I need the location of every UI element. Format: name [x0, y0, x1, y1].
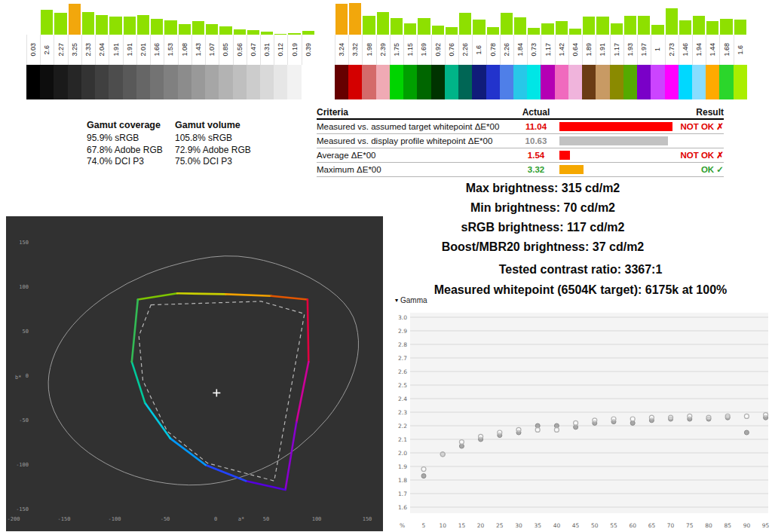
svg-text:30: 30	[515, 522, 522, 529]
criteria-table-header: Criteria Actual Result	[317, 105, 724, 120]
color-patch	[164, 65, 177, 99]
gamma-point-open	[479, 434, 483, 439]
table-row: Maximum ΔE*00 3.32 OK ✓	[317, 163, 724, 177]
svg-text:2.5: 2.5	[398, 382, 407, 389]
color-patch	[68, 65, 81, 99]
color-patch	[335, 65, 348, 99]
delta-e-bar	[109, 17, 121, 35]
value-bar-fill	[559, 136, 668, 145]
patch-column: 1.17	[541, 0, 554, 99]
delta-e-bar	[651, 25, 663, 35]
color-patch	[734, 65, 747, 99]
value-bar	[559, 165, 672, 174]
gamma-point-open	[574, 420, 578, 425]
svg-text:60: 60	[629, 522, 636, 529]
patch-column: 0.76	[445, 0, 458, 99]
svg-text:45: 45	[572, 522, 580, 529]
patch-column: 2.33	[81, 0, 95, 99]
color-patch	[719, 65, 733, 99]
svg-text:-100: -100	[109, 516, 121, 522]
delta-e-bar	[569, 29, 581, 35]
spectral-locus-outline	[48, 256, 358, 485]
value-bar	[559, 136, 672, 145]
svg-text:2.8: 2.8	[398, 341, 407, 348]
color-patch	[500, 65, 513, 99]
result-badge: NOT OK ✗	[672, 121, 724, 132]
color-patch	[665, 65, 679, 99]
gamma-point-open	[611, 417, 616, 421]
patch-column: 1.91	[123, 0, 136, 99]
delta-e-value-label: 3.25	[72, 43, 78, 57]
gamma-point-open	[421, 467, 426, 472]
svg-text:2.4: 2.4	[398, 396, 407, 402]
svg-text:0: 0	[26, 373, 29, 379]
patch-column: 1.66	[150, 0, 164, 99]
measured-gamut-edge	[138, 293, 177, 299]
patch-column: 0.56	[233, 0, 247, 99]
svg-text:150: 150	[363, 516, 372, 522]
delta-e-value-label: 0.19	[292, 43, 299, 57]
contrast-summary: Tested contrast ratio: 3367:1 Measured w…	[392, 259, 769, 300]
patch-column: 1.84	[513, 0, 527, 99]
color-patch	[26, 65, 40, 99]
delta-e-value-label: 0.47	[250, 43, 257, 57]
patch-column: 0.78	[486, 0, 500, 99]
gamut-volume-adobergb: 72.9% Adobe RGB	[175, 145, 251, 157]
svg-text:85: 85	[724, 522, 731, 529]
gamma-point-open	[459, 440, 464, 445]
gamut-diagram: 150100500-50-100-150-200-150-100-5005010…	[6, 216, 383, 531]
delta-e-bar	[391, 18, 403, 35]
measured-gamut-edge	[170, 439, 206, 465]
a-axis-label: a*	[238, 516, 244, 522]
contrast-ratio: Tested contrast ratio: 3367:1	[392, 259, 769, 280]
value-bar-fill	[559, 151, 570, 160]
gamut-coverage-adobergb: 67.8% Adobe RGB	[87, 145, 163, 157]
patch-column: 1.91	[109, 0, 122, 99]
color-patch	[191, 65, 205, 99]
svg-text:70: 70	[667, 522, 675, 529]
delta-e-bar	[693, 16, 705, 35]
color-patch	[623, 65, 637, 99]
delta-e-bar	[349, 3, 361, 35]
gamma-point	[744, 430, 749, 435]
delta-e-bar	[624, 16, 636, 35]
measured-gamut-edge	[296, 362, 308, 422]
patch-column: 1.91	[596, 0, 609, 99]
delta-e-value-label: 2.27	[58, 43, 65, 57]
patch-column: 1	[651, 0, 664, 99]
patch-column: 0.85	[219, 0, 232, 99]
delta-e-value-label: 2.04	[99, 43, 106, 57]
patch-column: 3.32	[348, 0, 362, 99]
color-patch	[40, 65, 54, 99]
measured-gamut-edge	[145, 402, 170, 438]
gamut-volume-title: Gamut volume	[175, 119, 251, 131]
svg-text:2.9: 2.9	[398, 328, 407, 335]
b-axis-label: b*	[15, 375, 21, 381]
delta-e-value-label: 2.33	[85, 43, 92, 57]
measured-gamut-edge	[225, 294, 271, 295]
color-patch	[219, 65, 232, 99]
delta-e-value-label: 1.89	[586, 43, 593, 57]
color-patch	[109, 65, 122, 99]
value-bar	[559, 151, 672, 160]
patch-column: 1.94	[692, 0, 706, 99]
color-patch	[233, 65, 247, 99]
color-patch	[348, 65, 362, 99]
svg-text:80: 80	[705, 522, 712, 529]
svg-text:20: 20	[477, 522, 485, 529]
patch-column: 2.73	[665, 0, 679, 99]
color-patch	[568, 65, 582, 99]
delta-e-value-label: 1.15	[407, 43, 414, 57]
delta-e-bar	[164, 20, 176, 35]
patch-column: 1.89	[582, 0, 596, 99]
delta-e-value-label: 1.08	[182, 43, 188, 57]
gamma-section-header[interactable]: ▾ Gamma	[394, 295, 772, 305]
svg-text:1.8: 1.8	[398, 477, 407, 484]
delta-e-value-label: 1.46	[682, 43, 689, 57]
brightness-summary: Max brightness: 315 cd/m2 Min brightness…	[392, 179, 694, 257]
color-patch	[679, 65, 692, 99]
color-patch	[136, 65, 150, 99]
patch-column: 2.39	[376, 0, 390, 99]
svg-text:90: 90	[743, 522, 751, 529]
srgb-brightness: sRGB brightness: 117 cd/m2	[392, 218, 694, 237]
